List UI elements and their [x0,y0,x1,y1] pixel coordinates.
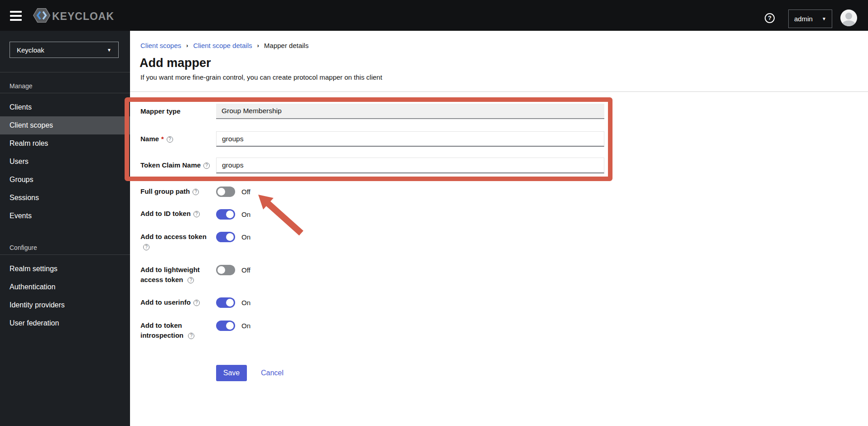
chevron-right-icon [257,42,259,49]
help-icon[interactable] [765,13,775,23]
hamburger-menu-icon[interactable] [10,11,22,21]
sidebar-item-realm-roles[interactable]: Realm roles [0,134,130,153]
required-asterisk: * [161,135,164,143]
name-label: Name* [140,134,222,144]
add-to-token-introspection-label: Add to token introspection [140,321,197,340]
sidebar-item-identity-providers[interactable]: Identity providers [0,296,130,314]
chevron-down-icon [822,16,826,21]
add-to-access-token-value: On [241,232,251,242]
help-icon[interactable] [193,189,199,195]
help-icon[interactable] [167,136,173,143]
sidebar-item-sessions[interactable]: Sessions [0,189,130,207]
help-icon[interactable] [188,277,194,283]
help-icon[interactable] [193,211,200,217]
save-button[interactable]: Save [216,365,247,381]
token-claim-name-input[interactable] [216,158,604,173]
name-input[interactable] [216,131,604,147]
page-subtitle: If you want more fine-grain control, you… [140,73,382,81]
sidebar-item-clients[interactable]: Clients [0,98,130,116]
keycloak-logo[interactable]: KEYCLOAK [33,8,114,24]
add-to-access-token-label: Add to access token [140,232,207,252]
add-to-token-introspection-value: On [241,321,251,331]
help-icon[interactable] [188,333,194,339]
nav-list-manage: Clients Client scopes Realm roles Users … [0,98,130,225]
help-icon[interactable] [193,300,200,306]
sidebar-divider [0,93,130,93]
sidebar-divider [0,72,130,72]
add-to-lightweight-access-token-label: Add to lightweight access token [140,265,209,285]
add-to-id-token-toggle[interactable] [216,209,235,220]
add-to-id-token-label: Add to ID token [140,209,222,219]
help-icon[interactable] [203,163,210,169]
sidebar-item-authentication[interactable]: Authentication [0,278,130,296]
breadcrumb-client-scope-details[interactable]: Client scope details [193,42,252,49]
add-to-userinfo-toggle[interactable] [216,297,235,308]
sidebar-item-events[interactable]: Events [0,207,130,225]
sidebar-item-client-scopes[interactable]: Client scopes [0,116,130,134]
add-to-access-token-toggle[interactable] [216,232,235,242]
nav-section-manage: Manage [10,79,33,93]
user-menu-label: admin [794,15,813,23]
sidebar-item-user-federation[interactable]: User federation [0,314,130,332]
help-icon[interactable] [143,244,149,250]
add-to-lightweight-access-token-toggle[interactable] [216,265,235,275]
chevron-down-icon [107,48,111,53]
keycloak-logo-icon [33,8,50,25]
sidebar-divider [0,254,130,255]
full-group-path-value: Off [241,187,251,197]
sidebar-item-users[interactable]: Users [0,153,130,171]
add-to-token-introspection-toggle[interactable] [216,321,235,331]
realm-selector[interactable]: Keycloak [10,42,119,58]
section-divider [130,91,868,92]
add-to-lightweight-access-token-value: Off [241,265,251,275]
avatar[interactable] [840,10,857,26]
sidebar: Keycloak Manage Clients Client scopes Re… [0,31,130,426]
breadcrumb: Client scopes Client scope details Mappe… [140,42,309,49]
page-title: Add mapper [140,56,211,70]
full-group-path-label: Full group path [140,187,222,196]
chevron-right-icon [186,42,188,49]
sidebar-item-realm-settings[interactable]: Realm settings [0,260,130,278]
breadcrumb-client-scopes[interactable]: Client scopes [140,42,181,49]
breadcrumb-mapper-details: Mapper details [264,42,309,49]
mapper-type-label: Mapper type [140,106,213,116]
app-header: KEYCLOAK admin [0,0,868,31]
add-to-id-token-value: On [241,209,251,220]
full-group-path-toggle[interactable] [216,187,235,197]
annotation-arrow [245,186,317,240]
nav-list-configure: Realm settings Authentication Identity p… [0,260,130,332]
add-to-userinfo-label: Add to userinfo [140,297,222,307]
brand-text: KEYCLOAK [52,10,114,23]
nav-section-configure: Configure [10,241,37,254]
sidebar-item-groups[interactable]: Groups [0,171,130,189]
add-to-userinfo-value: On [241,297,251,308]
user-menu-dropdown[interactable]: admin [788,10,832,28]
realm-selector-value: Keycloak [17,46,44,54]
cancel-button[interactable]: Cancel [261,369,284,377]
mapper-type-input[interactable] [216,104,604,119]
